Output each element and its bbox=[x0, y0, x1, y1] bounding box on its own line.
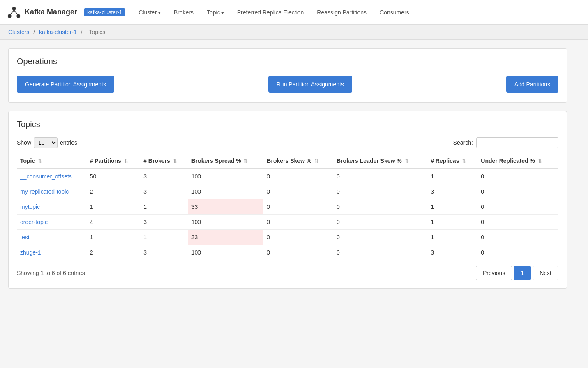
cell-spread: 100 bbox=[188, 245, 264, 260]
cell-replicas: 1 bbox=[427, 199, 477, 215]
sort-skew-icon: ⇅ bbox=[314, 158, 318, 164]
breadcrumb: Clusters / kafka-cluster-1 / Topics bbox=[0, 25, 588, 40]
cell-brokers: 3 bbox=[140, 169, 188, 184]
col-topic[interactable]: Topic ⇅ bbox=[17, 153, 87, 169]
cell-under-replicated: 0 bbox=[477, 184, 558, 199]
app-name: Kafka Manager bbox=[25, 8, 77, 16]
col-under-replicated[interactable]: Under Replicated % ⇅ bbox=[477, 153, 558, 169]
sort-topic-icon: ⇅ bbox=[38, 158, 42, 164]
table-row: test 1 1 33 0 0 1 0 bbox=[17, 230, 558, 245]
pagination-row: Showing 1 to 6 of 6 entries Previous 1 N… bbox=[17, 266, 558, 280]
nav-preferred-replica[interactable]: Preferred Replica Election bbox=[231, 0, 311, 25]
cell-spread: 33 bbox=[188, 230, 264, 245]
cell-leader-skew: 0 bbox=[333, 215, 427, 230]
cell-leader-skew: 0 bbox=[333, 199, 427, 215]
cell-under-replicated: 0 bbox=[477, 215, 558, 230]
navbar: Kafka Manager kafka-cluster-1 Cluster Br… bbox=[0, 0, 588, 25]
nav-brokers[interactable]: Brokers bbox=[167, 0, 200, 25]
nav-topic[interactable]: Topic bbox=[200, 0, 231, 25]
cell-leader-skew: 0 bbox=[333, 169, 427, 184]
add-partitions-btn[interactable]: Add Partitions bbox=[506, 76, 558, 93]
app-brand: Kafka Manager bbox=[7, 5, 77, 20]
col-brokers[interactable]: # Brokers ⇅ bbox=[140, 153, 188, 169]
nav-reassign[interactable]: Reassign Partitions bbox=[310, 0, 373, 25]
topic-link[interactable]: order-topic bbox=[20, 219, 48, 225]
cell-partitions: 4 bbox=[87, 215, 141, 230]
sort-leader-skew-icon: ⇅ bbox=[405, 158, 409, 164]
table-row: __consumer_offsets 50 3 100 0 0 1 0 bbox=[17, 169, 558, 184]
col-replicas[interactable]: # Replicas ⇅ bbox=[427, 153, 477, 169]
cell-topic: mytopic bbox=[17, 199, 87, 215]
svg-line-3 bbox=[10, 10, 14, 14]
col-partitions[interactable]: # Partitions ⇅ bbox=[87, 153, 141, 169]
search-box: Search: bbox=[453, 137, 558, 148]
sort-spread-icon: ⇅ bbox=[244, 158, 248, 164]
search-input[interactable] bbox=[476, 137, 558, 148]
cell-skew: 0 bbox=[263, 169, 333, 184]
sort-brokers-icon: ⇅ bbox=[173, 158, 177, 164]
topics-table: Topic ⇅ # Partitions ⇅ # Brokers ⇅ Broke… bbox=[17, 153, 558, 260]
entries-select[interactable]: 10 25 50 100 bbox=[34, 137, 58, 148]
topics-card: Topics Show 10 25 50 100 entries Search: bbox=[8, 111, 567, 289]
cluster-badge[interactable]: kafka-cluster-1 bbox=[84, 8, 125, 16]
cell-brokers: 3 bbox=[140, 184, 188, 199]
svg-line-4 bbox=[14, 10, 18, 14]
breadcrumb-cluster[interactable]: kafka-cluster-1 bbox=[39, 29, 77, 35]
nav-links: Cluster Brokers Topic Preferred Replica … bbox=[132, 0, 415, 25]
topic-link[interactable]: mytopic bbox=[20, 204, 40, 210]
show-label: Show bbox=[17, 139, 31, 146]
cell-under-replicated: 0 bbox=[477, 169, 558, 184]
cell-leader-skew: 0 bbox=[333, 230, 427, 245]
pagination-buttons: Previous 1 Next bbox=[476, 266, 558, 280]
run-partition-btn[interactable]: Run Partition Assignments bbox=[268, 76, 352, 93]
show-entries: Show 10 25 50 100 entries bbox=[17, 137, 77, 148]
col-spread[interactable]: Brokers Spread % ⇅ bbox=[188, 153, 264, 169]
next-button[interactable]: Next bbox=[533, 266, 558, 280]
operations-card: Operations Generate Partition Assignment… bbox=[8, 48, 567, 103]
operations-title: Operations bbox=[17, 57, 558, 66]
cell-partitions: 2 bbox=[87, 184, 141, 199]
cell-skew: 0 bbox=[263, 215, 333, 230]
generate-partition-btn[interactable]: Generate Partition Assignments bbox=[17, 76, 114, 93]
topic-link[interactable]: zhuge-1 bbox=[20, 249, 41, 256]
cell-spread: 100 bbox=[188, 184, 264, 199]
cell-partitions: 1 bbox=[87, 199, 141, 215]
cell-topic: zhuge-1 bbox=[17, 245, 87, 260]
cell-replicas: 3 bbox=[427, 184, 477, 199]
previous-button[interactable]: Previous bbox=[476, 266, 512, 280]
topic-link[interactable]: test bbox=[20, 234, 30, 241]
cell-partitions: 50 bbox=[87, 169, 141, 184]
cell-brokers: 1 bbox=[140, 199, 188, 215]
table-row: mytopic 1 1 33 0 0 1 0 bbox=[17, 199, 558, 215]
kafka-logo-icon bbox=[7, 5, 21, 20]
cell-leader-skew: 0 bbox=[333, 245, 427, 260]
breadcrumb-sep2: / bbox=[81, 29, 84, 35]
sort-under-replicated-icon: ⇅ bbox=[538, 158, 542, 164]
cell-spread: 100 bbox=[188, 215, 264, 230]
cell-partitions: 2 bbox=[87, 245, 141, 260]
page-1-button[interactable]: 1 bbox=[514, 266, 531, 280]
breadcrumb-clusters[interactable]: Clusters bbox=[8, 29, 29, 35]
topics-title: Topics bbox=[17, 120, 558, 129]
nav-cluster[interactable]: Cluster bbox=[132, 0, 167, 25]
nav-consumers[interactable]: Consumers bbox=[373, 0, 416, 25]
entries-label: entries bbox=[60, 139, 77, 146]
cell-skew: 0 bbox=[263, 184, 333, 199]
table-row: order-topic 4 3 100 0 0 1 0 bbox=[17, 215, 558, 230]
cell-topic: __consumer_offsets bbox=[17, 169, 87, 184]
cell-topic: order-topic bbox=[17, 215, 87, 230]
topic-link[interactable]: my-replicated-topic bbox=[20, 188, 69, 195]
col-skew[interactable]: Brokers Skew % ⇅ bbox=[263, 153, 333, 169]
cell-replicas: 1 bbox=[427, 215, 477, 230]
cell-skew: 0 bbox=[263, 230, 333, 245]
col-leader-skew[interactable]: Brokers Leader Skew % ⇅ bbox=[333, 153, 427, 169]
cell-under-replicated: 0 bbox=[477, 199, 558, 215]
cell-replicas: 1 bbox=[427, 169, 477, 184]
topic-link[interactable]: __consumer_offsets bbox=[20, 173, 72, 180]
sort-partitions-icon: ⇅ bbox=[124, 158, 128, 164]
cell-replicas: 1 bbox=[427, 230, 477, 245]
cell-spread: 100 bbox=[188, 169, 264, 184]
cell-topic: test bbox=[17, 230, 87, 245]
cell-skew: 0 bbox=[263, 245, 333, 260]
svg-point-0 bbox=[12, 7, 16, 10]
